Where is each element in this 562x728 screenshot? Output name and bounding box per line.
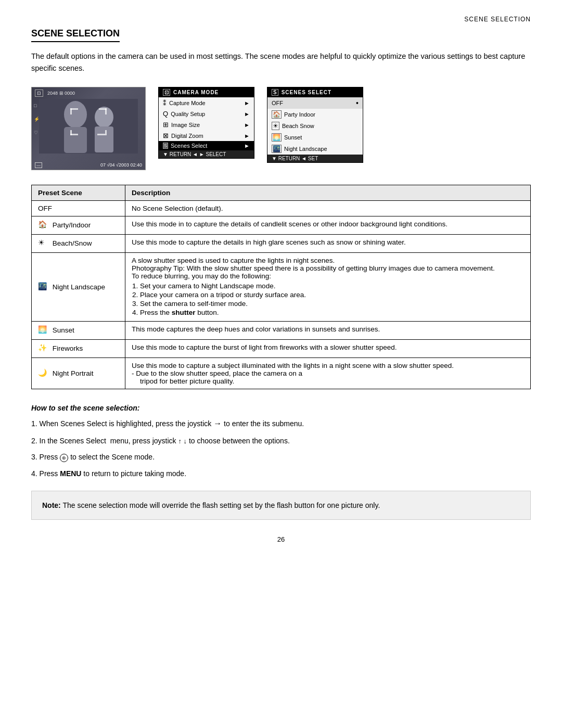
svg-rect-10 — [70, 134, 78, 135]
preset-off: OFF — [32, 201, 125, 216]
note-box: Note: The scene selection mode will over… — [31, 491, 531, 520]
svg-rect-4 — [95, 126, 113, 152]
svg-rect-11 — [105, 130, 107, 135]
how-to-step-2: 2. In the Scenes Select menu, press joys… — [31, 435, 531, 448]
nightlandscape-table-icon: 🌃 — [38, 282, 48, 292]
table-row: ☀ Beach/Snow Use this mode to capture th… — [32, 235, 531, 253]
arrow-right-icon: → — [213, 419, 222, 428]
sunset-table-icon: 🌅 — [38, 325, 48, 336]
how-to-step-1: 1. When Scenes Select is highlighted, pr… — [31, 416, 531, 431]
beach-table-icon: ☀ — [38, 238, 48, 249]
menu-item-imagesize[interactable]: ⊞ Image Size ► — [159, 119, 254, 130]
sunset-icon: 🌅 — [272, 133, 282, 142]
how-to-steps: 1. When Scenes Select is highlighted, pr… — [31, 416, 531, 480]
arrow-right-icon: ► — [244, 100, 250, 106]
preset-nightportrait: 🌙 Night Portrait — [32, 358, 125, 389]
table-row: 🌃 Night Landscape A slow shutter speed i… — [32, 253, 531, 322]
preset-sunset: 🌅 Sunset — [32, 322, 125, 340]
lcd-date: 07 √04 √2003 02:40 — [100, 162, 142, 168]
scene-beach[interactable]: ☀ Beach Snow — [267, 120, 363, 132]
updown-icon: ↑ ↓ — [178, 437, 187, 445]
quality-icon: Q — [163, 110, 168, 118]
note-label: Note: — [42, 501, 61, 509]
how-to-step-4: 4. Press MENU to return to picture takin… — [31, 467, 531, 480]
scene-party[interactable]: 🏠 Party Indoor — [267, 109, 363, 120]
arrow-right-icon2: ► — [244, 111, 250, 117]
arrow-right-icon3: ► — [244, 122, 250, 128]
lcd-top-icons: ⊡ 2048 ⊞ 0000 — [35, 90, 75, 97]
digitalzoom-icon: ⊠ — [163, 132, 169, 139]
camera-icon: ⊡ — [163, 89, 170, 96]
menu-item-capture[interactable]: ⁑ Capture Mode ► — [159, 97, 254, 108]
preset-fireworks: ✨ Fireworks — [32, 340, 125, 358]
desc-party: Use this mode in to capture the details … — [125, 216, 531, 235]
preset-table: Preset Scene Description OFF No Scene Se… — [31, 185, 531, 389]
preset-party: 🏠 Party/Indoor — [32, 216, 125, 235]
how-to-title: How to set the scene selection: — [31, 404, 531, 412]
svg-rect-12 — [97, 134, 105, 135]
scene-off[interactable]: OFF • — [267, 97, 363, 109]
how-to-section: How to set the scene selection: 1. When … — [31, 404, 531, 480]
section-title: SCENE SELECTION — [31, 28, 120, 42]
scenes-s-icon: S — [272, 89, 278, 96]
desc-sunset: This mode captures the deep hues and col… — [125, 322, 531, 340]
nightlandscape-steps: Set your camera to Night Landscape mode.… — [140, 282, 524, 316]
party-table-icon: 🏠 — [38, 220, 48, 231]
menu-item-quality[interactable]: Q Quality Setup ► — [159, 108, 254, 119]
beach-icon: ☀ — [272, 122, 279, 130]
scenes-select-menu: S SCENES SELECT OFF • 🏠 Party Indoor ☀ B… — [267, 87, 363, 163]
how-to-step-3: 3. Press ⊛ to select the Scene mode. — [31, 451, 531, 464]
svg-rect-2 — [64, 127, 87, 153]
camera-mode-menu: ⊡ CAMERA MODE ⁑ Capture Mode ► Q Quality… — [158, 87, 254, 159]
menu-item-digitalzoom[interactable]: ⊠ Digital Zoom ► — [159, 130, 254, 141]
col-preset: Preset Scene — [32, 185, 125, 201]
camera-ui-row: ⊡ 2048 ⊞ 0000 — [31, 87, 531, 170]
desc-nightportrait: Use this mode to capture a subject illum… — [125, 358, 531, 389]
desc-off: No Scene Selection (default). — [125, 201, 531, 216]
col-description: Description — [125, 185, 531, 201]
svg-rect-6 — [70, 108, 72, 114]
selected-dot: • — [356, 99, 359, 107]
intro-text: The default options in the camera can be… — [31, 50, 531, 74]
ok-circle-icon: ⊛ — [60, 454, 68, 462]
table-row: ✨ Fireworks Use this mode to capture the… — [32, 340, 531, 358]
header-label: SCENE SELECTION — [464, 16, 531, 23]
menu-item-scenes[interactable]: S Scenes Select ► — [159, 141, 254, 150]
preset-beach: ☀ Beach/Snow — [32, 235, 125, 253]
desc-nightlandscape: A slow shutter speed is used to capture … — [125, 253, 531, 322]
arrow-right-icon5: ► — [244, 143, 250, 149]
imagesize-icon: ⊞ — [163, 121, 169, 129]
note-text: The scene selection mode will override t… — [62, 501, 380, 509]
scenes-icon: S — [163, 143, 168, 149]
desc-beach: Use this mode to capture the details in … — [125, 235, 531, 253]
party-icon: 🏠 — [272, 110, 282, 119]
svg-rect-8 — [105, 108, 107, 114]
arrow-right-icon4: ► — [244, 133, 250, 139]
scene-sunset[interactable]: 🌅 Sunset — [267, 132, 363, 143]
camera-lcd: ⊡ 2048 ⊞ 0000 — [31, 87, 146, 170]
scenes-menu-title: SCENES SELECT — [282, 90, 331, 95]
svg-point-1 — [64, 101, 87, 128]
lcd-bottom-left: — — [35, 163, 42, 168]
page-header-right: SCENE SELECTION — [31, 16, 531, 23]
camera-menu-title: CAMERA MODE — [173, 90, 219, 95]
scene-nightlandscape[interactable]: 🌃 Night Landscape — [267, 143, 363, 155]
page-number: 26 — [31, 535, 531, 543]
nightportrait-table-icon: 🌙 — [38, 368, 48, 379]
capture-icon: ⁑ — [163, 99, 167, 107]
svg-rect-0 — [39, 99, 138, 154]
camera-menu-footer: ▼ RETURN ◄ ► SELECT — [159, 150, 254, 158]
fireworks-table-icon: ✨ — [38, 343, 48, 354]
table-row: 🏠 Party/Indoor Use this mode in to captu… — [32, 216, 531, 235]
scenes-menu-footer: ▼ RETURN ◄ SET — [267, 155, 363, 162]
table-row: 🌙 Night Portrait Use this mode to captur… — [32, 358, 531, 389]
nightlandscape-icon: 🌃 — [272, 145, 282, 153]
preset-nightlandscape: 🌃 Night Landscape — [32, 253, 125, 322]
table-row: OFF No Scene Selection (default). — [32, 201, 531, 216]
desc-fireworks: Use this mode to capture the burst of li… — [125, 340, 531, 358]
table-row: 🌅 Sunset This mode captures the deep hue… — [32, 322, 531, 340]
